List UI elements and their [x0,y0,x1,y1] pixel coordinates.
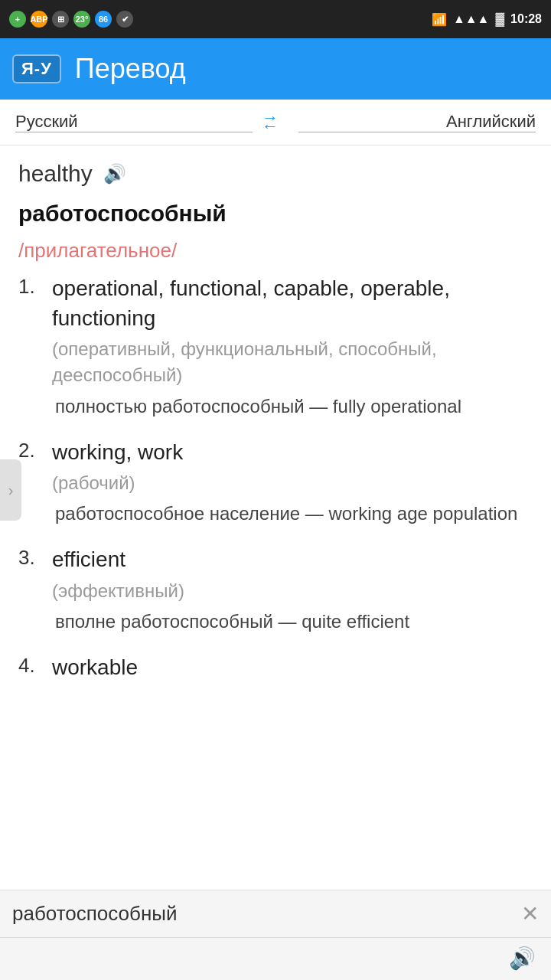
clock: 10:28 [510,12,542,26]
translation-word: работоспособный [18,201,533,227]
status-bar: + ABP ⊞ 23° 86 ✔ 📶 ▲▲▲ ▓ 10:28 [0,0,551,38]
app-logo: Я-У [12,54,61,83]
def-sub-1: (оперативный, функциональный, способный,… [52,336,533,387]
search-row: ✕ [0,890,551,938]
def-example-3: вполне работоспособный — quite efficient [52,608,533,635]
tts-bottom-icon[interactable]: 🔊 [509,946,536,971]
arrow-left-icon [262,123,289,129]
app-header: Я-У Перевод [0,38,551,100]
status-bar-right: 📶 ▲▲▲ ▓ 10:28 [432,12,542,27]
search-input[interactable] [12,902,514,926]
def-main-1: operational, functional, capable, operab… [52,273,533,333]
swap-languages-button[interactable] [253,115,298,129]
source-language[interactable]: Русский [15,112,253,132]
def-example-2: работоспособное население — working age … [52,500,533,528]
green-dot-icon: + [9,11,26,28]
definition-item-2: 2. working, work (рабочий) работоспособн… [18,437,533,528]
def-number-3: 3. [18,544,43,635]
def-content-3: efficient (эффективный) вполне работоспо… [52,544,533,635]
clear-input-button[interactable]: ✕ [521,901,539,926]
definition-item-4: 4. workable [18,652,533,685]
def-number-4: 4. [18,652,43,685]
def-example-1: полностью работоспособный — fully operat… [52,393,533,420]
app-title: Перевод [75,53,186,85]
def-number-2: 2. [18,437,43,528]
bottom-bar: ✕ 🔊 [0,890,551,980]
temp-icon: 23° [73,11,90,28]
def-sub-2: (рабочий) [52,470,533,496]
def-main-4: workable [52,652,533,682]
def-content-2: working, work (рабочий) работоспособное … [52,437,533,528]
search-word: healthy [18,161,93,187]
signal-icon: ▲▲▲ [453,12,490,26]
definition-item-1: 1. operational, functional, capable, ope… [18,273,533,420]
definitions-list: 1. operational, functional, capable, ope… [18,273,533,685]
definition-item-3: 3. efficient (эффективный) вполне работо… [18,544,533,635]
def-main-3: efficient [52,544,533,574]
tts-word-icon[interactable]: 🔊 [103,163,126,185]
check-icon: ✔ [116,11,133,28]
grid-icon: ⊞ [52,11,69,28]
target-language[interactable]: Английский [298,112,536,132]
def-sub-3: (эффективный) [52,578,533,604]
def-main-2: working, work [52,437,533,467]
part-of-speech: /прилагательное/ [18,239,533,263]
bottom-actions: 🔊 [0,938,551,980]
def-number-1: 1. [18,273,43,420]
side-handle[interactable]: › [0,459,21,521]
word-header: healthy 🔊 [18,161,533,187]
language-bar: Русский Английский [0,100,551,145]
chevron-right-icon: › [8,482,14,499]
def-content-1: operational, functional, capable, operab… [52,273,533,420]
battery-icon: ▓ [495,12,504,26]
main-content: healthy 🔊 работоспособный /прилагательно… [0,145,551,802]
battery-percent-icon: 86 [95,11,112,28]
status-bar-left: + ABP ⊞ 23° 86 ✔ [9,11,133,28]
wifi-icon: 📶 [432,12,447,27]
adblock-icon: ABP [31,11,47,28]
def-content-4: workable [52,652,533,685]
